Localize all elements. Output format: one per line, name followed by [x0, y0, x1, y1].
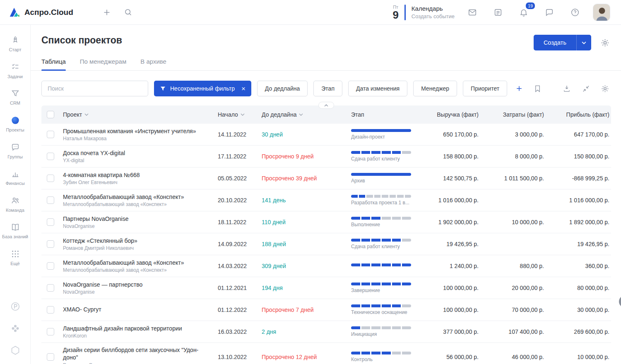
create-event-link[interactable]: Создать событие [412, 13, 455, 19]
tab-archive[interactable]: В архиве [140, 58, 166, 70]
save-filter-bookmark-icon[interactable] [531, 82, 544, 95]
integration-icon-1[interactable] [10, 301, 21, 312]
project-name-link[interactable]: Металлообрабатывающий завод «Конспект» [63, 193, 206, 201]
page-settings-gear-icon[interactable] [599, 36, 611, 49]
project-name-link[interactable]: ХМАО- Сургут [63, 306, 206, 313]
row-checkbox[interactable] [47, 328, 54, 335]
create-dropdown-button[interactable] [576, 35, 591, 50]
deadline-cell: Просрочено 39 дней [258, 175, 347, 182]
column-header-deadline[interactable]: До дедлайна [258, 111, 347, 118]
table-row[interactable]: Доска почета YX-digital YX-digital 17.11… [41, 146, 611, 168]
create-button[interactable]: Создать [534, 35, 591, 50]
scroll-right-button[interactable] [619, 295, 621, 308]
sort-caret-icon [84, 113, 89, 116]
help-icon[interactable] [568, 5, 582, 19]
table-row[interactable]: Металлообрабатывающий завод «Конспект» М… [41, 255, 611, 277]
sidebar-item-start[interactable]: Старт [0, 31, 30, 57]
row-checkbox[interactable] [47, 218, 54, 226]
table-row[interactable]: 4-комнатная квартира №668 Зубин Олег Евг… [41, 168, 611, 189]
filter-deadline-button[interactable]: До дедлайна [257, 81, 308, 96]
project-name-link[interactable]: Коттедж «Стеклянный бор» [63, 237, 206, 244]
sidebar-item-tasks[interactable]: Задачи [0, 57, 30, 84]
start-date: 18.11.2022 [212, 219, 258, 225]
deadline-text: 110 дней [262, 219, 286, 225]
sidebar-item-team[interactable]: Команда [0, 191, 30, 218]
row-checkbox[interactable] [47, 196, 54, 204]
active-filter-chip[interactable]: Несохраненный фильтр × [154, 81, 251, 96]
row-checkbox[interactable] [47, 153, 54, 160]
row-checkbox[interactable] [47, 353, 54, 361]
calendar-date[interactable]: Пт 9 [392, 5, 398, 20]
filter-stage-button[interactable]: Этап [313, 81, 342, 96]
table-settings-gear-icon[interactable] [599, 82, 611, 95]
collapse-view-icon[interactable] [580, 82, 592, 95]
project-name-link[interactable]: Партнеры NovaOrganise [63, 215, 206, 223]
filter-priority-button[interactable]: Приоритет [463, 81, 507, 96]
global-search-icon[interactable] [121, 5, 135, 19]
export-download-icon[interactable] [561, 82, 573, 95]
add-filter-icon[interactable] [513, 82, 525, 95]
row-checkbox[interactable] [47, 262, 54, 270]
row-checkbox[interactable] [47, 175, 54, 182]
search-input[interactable] [41, 81, 148, 96]
table-row[interactable]: NovaOrganise — партнерство NovaOrganise … [41, 277, 611, 299]
table-row[interactable]: Партнеры NovaOrganise NovaOrganise 18.11… [41, 211, 611, 233]
table-row[interactable]: Дизайн серии биллбордов сети закусочных … [41, 343, 611, 364]
create-button-label[interactable]: Создать [534, 35, 576, 50]
notes-icon[interactable] [491, 5, 505, 19]
stage-progress-bar [351, 263, 411, 266]
sidebar-item-knowledge-base[interactable]: База знаний [0, 218, 30, 244]
table-row[interactable]: ХМАО- Сургут 01.12.2022 Просрочено 7 дне… [41, 299, 611, 321]
row-checkbox[interactable] [47, 131, 54, 138]
tab-by-managers[interactable]: По менеджерам [80, 58, 126, 70]
project-name-link[interactable]: Ландшафтный дизайн парковой территории [63, 325, 206, 332]
row-checkbox[interactable] [47, 284, 54, 292]
project-name-link[interactable]: Доска почета YX-digital [63, 149, 206, 157]
table-row[interactable]: Промышленная компания «Инструмент учител… [41, 124, 611, 146]
quick-add-button[interactable] [100, 5, 114, 19]
project-name-link[interactable]: Промышленная компания «Инструмент учител… [63, 127, 206, 135]
column-header-start[interactable]: Начало [212, 111, 258, 118]
sidebar-item-finance[interactable]: Финансы [0, 164, 30, 191]
sidebar-item-crm[interactable]: CRM [0, 84, 30, 111]
notifications-bell-icon[interactable]: 19 [517, 5, 531, 19]
column-header-costs[interactable]: Затраты (факт) [480, 111, 546, 118]
project-name-link[interactable]: NovaOrganise — партнерство [63, 281, 206, 288]
stage-label: Контроль [351, 357, 413, 362]
row-checkbox[interactable] [47, 306, 54, 314]
mail-icon[interactable] [465, 5, 479, 19]
project-cell: Металлообрабатывающий завод «Конспект» М… [60, 190, 212, 211]
integration-icon-3[interactable] [10, 345, 21, 356]
costs-value: 10 000,00 р. [480, 219, 546, 225]
column-header-stage[interactable]: Этап [347, 111, 415, 118]
filter-manager-button[interactable]: Менеджер [413, 81, 457, 96]
row-checkbox[interactable] [47, 240, 54, 248]
filter-modified-date-button[interactable]: Дата изменения [348, 81, 407, 96]
user-avatar[interactable] [593, 4, 610, 21]
table-row[interactable]: Коттедж «Стеклянный бор» Романов Дмитрий… [41, 233, 611, 255]
table-row[interactable]: Ландшафтный дизайн парковой территории K… [41, 321, 611, 343]
column-header-project[interactable]: Проект [60, 111, 212, 118]
calendar-widget[interactable]: Календарь Создать событие [412, 5, 455, 19]
project-name-link[interactable]: Металлообрабатывающий завод «Конспект» [63, 259, 206, 266]
app-logo[interactable]: Аспро.Cloud [8, 6, 73, 19]
profit-value: -868 999,25 р. [546, 175, 611, 182]
stage-cell: Разработка проекта 1 в... [347, 195, 415, 206]
chat-icon[interactable] [542, 5, 556, 19]
integration-icon-2[interactable] [10, 323, 21, 334]
project-name-link[interactable]: Дизайн серии биллбордов сети закусочных … [63, 346, 206, 362]
select-all-checkbox[interactable] [47, 111, 54, 118]
project-name-link[interactable]: 4-комнатная квартира №668 [63, 171, 206, 179]
clear-filter-icon[interactable]: × [241, 85, 246, 92]
column-header-revenue[interactable]: Выручка (факт) [415, 111, 480, 118]
sidebar-item-more[interactable]: Ещё [0, 244, 30, 271]
table-row[interactable]: Металлообрабатывающий завод «Конспект» М… [41, 189, 611, 211]
sidebar-label: База знаний [2, 234, 28, 239]
collapse-table-pill[interactable] [318, 102, 334, 109]
sidebar-item-groups[interactable]: Группы [0, 138, 30, 165]
project-subtitle: Наталья Макарова [63, 136, 206, 141]
sidebar-item-projects[interactable]: Проекты [0, 111, 30, 138]
column-header-profit[interactable]: Прибыль (факт) [546, 111, 611, 118]
deadline-text: 2 дня [262, 328, 276, 335]
tab-table[interactable]: Таблица [41, 58, 66, 70]
